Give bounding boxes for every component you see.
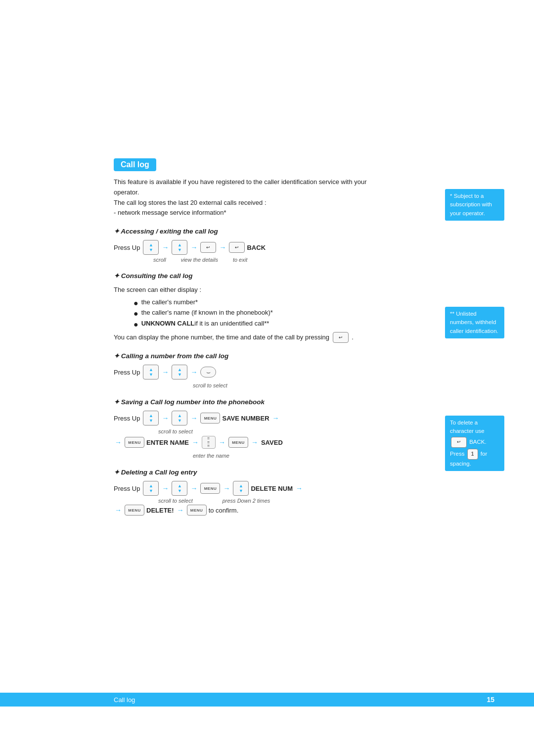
footer-bar: Call log 15 [0,693,534,707]
bullet-3: ● UNKNOWN CALL if it is an unidentified … [134,320,494,329]
back-icon-1: ↩ [200,242,216,253]
arrow-deleting-1: → [162,484,169,492]
arrow-calling-1: → [162,368,169,376]
arrow-1: → [162,243,169,251]
consulting-text: The screen can either display : [114,284,381,295]
arrow-deleting-4: → [296,484,303,492]
bullet-dot-2: ● [134,309,138,318]
arrow-deleting-cont-2: → [177,506,184,514]
press-up-label-3: Press Up [114,415,140,422]
back-label: BACK [247,244,266,251]
saving-sublabel: scroll to select [158,428,193,434]
arrow-saving-cont-1: → [115,438,122,446]
section-calling: Calling a number from the call log Press… [114,352,494,389]
section-heading-calling: Calling a number from the call log [114,352,494,360]
bullet-1: ● the caller's number* [134,298,494,308]
section-heading-consulting: Consulting the call log [114,272,494,280]
menu-btn-deleting-3: MENU [187,505,207,516]
arrow-saving-cont-4: → [251,438,258,446]
arrow-2: → [190,243,197,251]
deleting-sublabels: scroll to select press Down 2 times [158,498,494,504]
to-confirm-label: to confirm. [209,507,239,514]
page: * Subject to a subscription with your op… [0,0,534,756]
calling-sublabel: scroll to select [193,381,494,389]
arrow-saving-cont-2: → [192,438,199,446]
keypad-icon: ⠿⠿⠿ [202,436,216,449]
nav-icon-deleting-2: ▲▼ [172,481,187,496]
back-icon-2: ↩ [229,242,245,253]
accessing-row: Press Up ▲▼ → ▲▼ → ↩ → ↩ BACK [114,240,494,255]
deleting-sublabel-2: press Down 2 times [222,498,270,504]
deleting-row-2: → MENU DELETE! → MENU to confirm. [114,505,494,516]
arrow-3: → [219,243,226,251]
nav-icon-calling-2: ▲▼ [172,365,187,379]
nav-icon-saving-1: ▲▼ [143,411,159,425]
menu-btn-deleting-1: MENU [200,483,220,494]
back-icon-inline-consulting: ↩ [333,332,349,343]
section-saving: Saving a Call log number into the phoneb… [114,398,494,459]
section-heading-deleting: Deleting a Call log entry [114,468,494,476]
bullet-dot-1: ● [134,298,138,308]
sublabel-scroll: scroll [153,257,166,263]
menu-btn-saving-2: MENU [125,437,144,448]
intro-text: This feature is available if you have re… [114,177,391,218]
nav-up-icon-2: ▲▼ [172,240,187,255]
press-up-label-4: Press Up [114,485,140,492]
section-deleting: Deleting a Call log entry Press Up ▲▼ → … [114,468,494,516]
unknown-call-text: UNKNOWN CALL [141,320,195,327]
section-heading-accessing: Accessing / exiting the call log [114,227,494,235]
nav-up-icon-1: ▲▼ [143,240,159,255]
bullet-dot-3: ● [134,320,138,329]
arrow-saving-cont-3: → [219,438,225,446]
arrow-deleting-3: → [223,484,230,492]
section-heading-saving: Saving a Call log number into the phoneb… [114,398,494,406]
press-up-label-1: Press Up [114,244,140,251]
saving-enter-name-label: enter the name [193,452,494,459]
nav-icon-calling-1: ▲▼ [143,365,159,379]
sublabel-scroll-to-select: scroll to select [193,382,227,388]
sublabel-view: view the details [181,257,218,263]
enter-name-label: ENTER NAME [146,439,189,446]
nav-icon-deleting-1: ▲▼ [143,481,159,496]
deleting-row-1: Press Up ▲▼ → ▲▼ → MENU → ▲▼ DELETE NUM … [114,481,494,496]
call-icon: ⌣ [200,367,216,378]
arrow-deleting-2: → [190,484,197,492]
enter-the-name-label: enter the name [193,453,229,459]
menu-btn-saving-1: MENU [200,413,220,424]
arrow-saving-3: → [272,414,279,422]
menu-btn-deleting-2: MENU [125,505,144,516]
saved-label: SAVED [261,439,283,446]
save-number-label: SAVE NUMBER [222,415,269,422]
saving-row-1: Press Up ▲▼ → ▲▼ → MENU SAVE NUMBER → [114,411,494,425]
menu-btn-saving-3: MENU [228,437,248,448]
bullet-2: ● the caller's name (if known in the pho… [134,309,494,318]
nav-icon-saving-2: ▲▼ [172,411,187,425]
arrow-deleting-cont-1: → [115,506,122,514]
page-title: Call log [114,158,156,171]
footer-title: Call log [114,696,135,704]
main-content: Call log This feature is available if yo… [0,0,534,756]
calling-row: Press Up ▲▼ → ▲▼ → ⌣ [114,365,494,379]
section-consulting: Consulting the call log The screen can e… [114,272,494,343]
footer-page: 15 [487,696,494,704]
accessing-sublabels: scroll view the details to exit [153,257,494,263]
arrow-saving-2: → [190,414,197,422]
sublabel-exit: to exit [233,257,247,263]
saving-row-2: → MENU ENTER NAME → ⠿⠿⠿ → MENU → SAVED [114,436,494,449]
saving-sublabel-row: scroll to select [158,427,494,435]
arrow-saving-1: → [162,414,169,422]
delete-num-label: DELETE NUM [251,485,293,492]
consulting-extra: You can display the phone number, the ti… [114,332,381,343]
arrow-calling-2: → [190,368,197,376]
press-up-label-2: Press Up [114,369,140,376]
section-accessing: Accessing / exiting the call log Press U… [114,227,494,263]
nav-icon-deleting-3: ▲▼ [233,481,249,496]
delete-excl-label: DELETE! [146,507,174,514]
deleting-sublabel-1: scroll to select [158,498,193,504]
